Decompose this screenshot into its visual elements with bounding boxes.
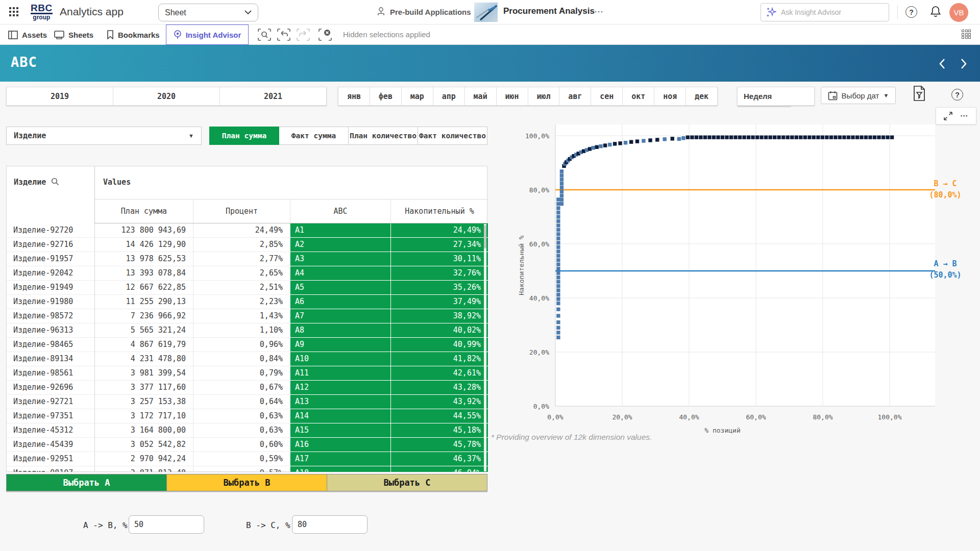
- table-cell[interactable]: 45,18%: [391, 423, 488, 438]
- table-cell[interactable]: 1,43%: [193, 309, 290, 323]
- column-header[interactable]: Процент: [193, 199, 290, 223]
- column-header[interactable]: ABC: [290, 199, 391, 223]
- assets-tab[interactable]: Assets: [5, 24, 50, 45]
- table-cell[interactable]: Изделие-98572: [7, 309, 95, 323]
- table-cell[interactable]: 2,85%: [193, 238, 290, 252]
- year-filter-2019[interactable]: 2019: [6, 87, 113, 106]
- selections-tool-icon[interactable]: [913, 86, 926, 101]
- table-cell[interactable]: 24,49%: [193, 223, 290, 238]
- table-cell[interactable]: 0,57%: [193, 466, 290, 472]
- table-cell[interactable]: Изделие-92042: [7, 266, 95, 281]
- column-header[interactable]: План сумма: [95, 199, 193, 223]
- threshold-ab-input[interactable]: [129, 515, 204, 534]
- column-header[interactable]: Накопительный %: [391, 199, 488, 223]
- table-cell[interactable]: 11 255 290,13: [95, 295, 193, 309]
- table-cell[interactable]: 3 164 800,00: [95, 423, 193, 438]
- help-button[interactable]: ?: [905, 6, 917, 18]
- table-cell[interactable]: 41,82%: [391, 352, 488, 366]
- table-cell[interactable]: Изделие-92721: [7, 395, 95, 409]
- sheet-grid-icon[interactable]: [962, 30, 972, 40]
- table-cell[interactable]: A17: [290, 452, 391, 466]
- select-class-button[interactable]: Выбрать C: [327, 474, 487, 491]
- next-sheet-button[interactable]: [957, 57, 970, 70]
- measure-tab[interactable]: Факт сумма: [279, 127, 349, 145]
- smart-search-icon[interactable]: [258, 29, 271, 41]
- table-cell[interactable]: Изделие-96313: [7, 323, 95, 338]
- month-filter-окт[interactable]: окт: [623, 87, 654, 106]
- more-options-button[interactable]: ⋯: [592, 4, 606, 19]
- table-cell[interactable]: 2,51%: [193, 281, 290, 295]
- table-cell[interactable]: 43,28%: [391, 381, 488, 395]
- table-dimension-header[interactable]: Изделие: [7, 166, 95, 223]
- table-cell[interactable]: 0,67%: [193, 381, 290, 395]
- table-cell[interactable]: A15: [290, 423, 391, 438]
- month-filter-фев[interactable]: фев: [370, 87, 402, 106]
- search-icon[interactable]: [51, 178, 59, 186]
- table-cell[interactable]: A11: [290, 366, 391, 381]
- table-cell[interactable]: Изделие-92716: [7, 238, 95, 252]
- prev-sheet-button[interactable]: [936, 57, 949, 70]
- table-cell[interactable]: 4 867 619,79: [95, 338, 193, 352]
- table-cell[interactable]: 3 377 117,60: [95, 381, 193, 395]
- table-cell[interactable]: A14: [290, 409, 391, 423]
- table-cell[interactable]: 0,60%: [193, 438, 290, 452]
- table-cell[interactable]: 43,92%: [391, 395, 488, 409]
- month-filter-мар[interactable]: мар: [402, 87, 433, 106]
- table-cell[interactable]: 37,49%: [391, 295, 488, 309]
- table-cell[interactable]: A6: [290, 295, 391, 309]
- table-cell[interactable]: A13: [290, 395, 391, 409]
- table-cell[interactable]: 1,10%: [193, 323, 290, 338]
- table-cell[interactable]: 2,65%: [193, 266, 290, 281]
- table-cell[interactable]: 3 981 399,54: [95, 366, 193, 381]
- select-class-button[interactable]: Выбрать A: [7, 474, 167, 491]
- month-filter-янв[interactable]: янв: [338, 87, 370, 106]
- table-cell[interactable]: 5 565 321,24: [95, 323, 193, 338]
- table-cell[interactable]: 12 667 622,85: [95, 281, 193, 295]
- table-cell[interactable]: 0,79%: [193, 366, 290, 381]
- measure-tab[interactable]: План количество: [349, 127, 418, 145]
- table-cell[interactable]: Изделие-45312: [7, 423, 95, 438]
- threshold-bc-input[interactable]: [292, 515, 368, 534]
- table-cell[interactable]: 27,34%: [391, 238, 488, 252]
- table-cell[interactable]: 2 871 813,48: [95, 466, 193, 472]
- table-cell[interactable]: 30,11%: [391, 252, 488, 266]
- table-cell[interactable]: A3: [290, 252, 391, 266]
- dimension-select[interactable]: Изделие ▼: [6, 127, 202, 145]
- redo-selection-icon[interactable]: [297, 29, 310, 41]
- month-filter-сен[interactable]: сен: [591, 87, 623, 106]
- insight-advisor-search[interactable]: [761, 3, 889, 21]
- month-filter-апр[interactable]: апр: [433, 87, 465, 106]
- table-cell[interactable]: 14 426 129,90: [95, 238, 193, 252]
- table-cell[interactable]: Изделие-97351: [7, 409, 95, 423]
- table-cell[interactable]: 13 393 078,84: [95, 266, 193, 281]
- month-filter-дек[interactable]: дек: [686, 87, 718, 106]
- table-cell[interactable]: A4: [290, 266, 391, 281]
- date-picker-button[interactable]: Выбор дат ▼: [821, 87, 896, 104]
- table-cell[interactable]: A16: [290, 438, 391, 452]
- sheets-tab[interactable]: Sheets: [51, 24, 96, 45]
- table-cell[interactable]: A18: [290, 466, 391, 472]
- table-cell[interactable]: 0,64%: [193, 395, 290, 409]
- table-cell[interactable]: 0,63%: [193, 423, 290, 438]
- table-cell[interactable]: 0,84%: [193, 352, 290, 366]
- undo-selection-icon[interactable]: [277, 29, 290, 41]
- ask-insight-advisor-input[interactable]: [781, 8, 884, 16]
- prebuild-applications-button[interactable]: Pre-build Applications: [376, 7, 471, 17]
- table-cell[interactable]: Изделие-91949: [7, 281, 95, 295]
- sheet-help-button[interactable]: ?: [951, 89, 963, 101]
- table-cell[interactable]: 2,77%: [193, 252, 290, 266]
- table-cell[interactable]: 42,61%: [391, 366, 488, 381]
- month-filter-июн[interactable]: июн: [497, 87, 528, 106]
- table-cell[interactable]: 35,26%: [391, 281, 488, 295]
- table-cell[interactable]: A9: [290, 338, 391, 352]
- month-filter-июл[interactable]: июл: [528, 87, 560, 106]
- table-cell[interactable]: 3 257 153,38: [95, 395, 193, 409]
- table-cell[interactable]: Изделие-98107: [7, 466, 95, 472]
- table-cell[interactable]: 38,92%: [391, 309, 488, 323]
- table-cell[interactable]: 40,99%: [391, 338, 488, 352]
- table-cell[interactable]: 2 970 942,24: [95, 452, 193, 466]
- table-cell[interactable]: 46,37%: [391, 452, 488, 466]
- year-filter-2020[interactable]: 2020: [113, 87, 220, 106]
- table-cell[interactable]: 123 800 943,69: [95, 223, 193, 238]
- table-cell[interactable]: 4 231 478,80: [95, 352, 193, 366]
